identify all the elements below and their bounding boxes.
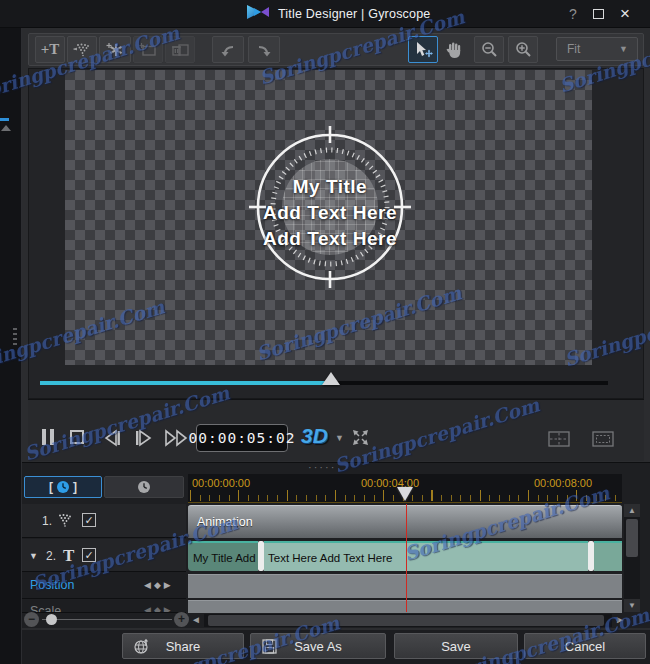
collapse-arrow-icon[interactable]: ▼ (29, 551, 38, 561)
add-particle-button[interactable] (67, 36, 97, 63)
fast-forward-button[interactable] (163, 429, 191, 447)
save-as-label: Save As (294, 639, 342, 654)
fullscreen-button[interactable] (351, 428, 370, 451)
close-button[interactable]: × (616, 7, 634, 22)
save-label: Save (441, 639, 471, 654)
add-image-button[interactable] (133, 36, 163, 63)
text-clip-segment-1[interactable]: My Title Add (188, 541, 258, 571)
title-designer-window: Title Designer | Gyroscope ? × +T (0, 0, 650, 664)
share-label: Share (166, 639, 201, 654)
3d-mode-caret-icon[interactable]: ▼ (335, 433, 344, 443)
floppy-icon (261, 638, 278, 655)
delete-button[interactable] (165, 36, 195, 63)
animation-clip[interactable]: Animation (188, 505, 622, 538)
track2-visibility-checkbox[interactable]: ✓ (82, 548, 96, 562)
position-label: Position (30, 578, 74, 592)
maximize-button[interactable] (590, 7, 608, 22)
pause-button[interactable] (40, 429, 56, 445)
timeline-zoom-in-button[interactable]: + (174, 612, 189, 627)
share-button[interactable]: Share (122, 633, 244, 659)
strip-accent-line (0, 118, 9, 121)
close-icon: × (620, 4, 630, 23)
save-as-button[interactable]: Save As (250, 633, 386, 659)
tv-safe-zone-button[interactable] (592, 431, 614, 451)
horizontal-scroll-thumb[interactable] (208, 615, 604, 626)
scroll-down-button[interactable]: ▼ (624, 599, 640, 612)
fit-dropdown[interactable]: Fit ▼ (556, 37, 638, 61)
play-button[interactable] (133, 429, 155, 447)
chevron-down-icon: ▼ (619, 44, 628, 54)
timeline-resize-grip[interactable]: ····· (308, 463, 336, 471)
titlebar[interactable]: Title Designer | Gyroscope ? × (0, 0, 650, 28)
tab-keyframe-timeline[interactable]: [ ] (24, 476, 102, 498)
stop-icon (70, 430, 84, 444)
redo-button[interactable] (248, 36, 280, 63)
redo-icon (255, 42, 273, 58)
select-move-icon (413, 41, 433, 59)
fullscreen-icon (351, 428, 370, 447)
preview-title-text[interactable]: My Title Add Text Here Add Text Here (220, 174, 440, 252)
seek-slider-fill (40, 381, 332, 385)
zoom-out-button[interactable] (474, 36, 504, 63)
clock-icon (56, 480, 70, 494)
timecode-display[interactable]: 00:00:05:02 (196, 424, 288, 452)
cancel-button[interactable]: Cancel (524, 633, 646, 659)
fast-forward-icon (163, 429, 191, 447)
undo-button[interactable] (212, 36, 244, 63)
position-row-header[interactable]: Position ◀◆▶ (22, 572, 186, 599)
scale-row-header[interactable]: Scale ◀◆▶ (22, 600, 186, 613)
ruler-label-0: 00:00:00:00 (192, 477, 250, 489)
timeline-zoom-thumb[interactable] (46, 614, 57, 625)
scroll-left-button[interactable]: ◄ (191, 613, 201, 627)
title-line-3[interactable]: Add Text Here (220, 226, 440, 252)
select-tool-button[interactable] (408, 36, 438, 63)
app-logo-icon (246, 4, 270, 24)
fit-label: Fit (567, 42, 580, 56)
help-button[interactable]: ? (564, 7, 582, 22)
strip-marker-icon (1, 125, 11, 131)
background-app-strip (0, 28, 22, 664)
hand-tool-button[interactable] (440, 36, 468, 63)
cancel-label: Cancel (565, 639, 605, 654)
track1-visibility-checkbox[interactable]: ✓ (82, 513, 96, 527)
zoom-in-icon (515, 41, 532, 58)
scale-keyframe-track[interactable] (188, 600, 622, 613)
gridlines-toggle-button[interactable] (548, 431, 570, 451)
gridlines-icon (548, 431, 570, 447)
timeline-zoom-out-button[interactable]: − (24, 612, 39, 627)
text-clip-segment-3[interactable] (594, 541, 622, 571)
add-text-icon: +T (41, 41, 60, 58)
text-clip-segment-2[interactable]: Text Here Add Text Here (264, 541, 588, 571)
window-title: Title Designer | Gyroscope (278, 7, 430, 21)
timeline-zoom-slider[interactable] (42, 619, 172, 620)
scroll-up-button[interactable]: ▲ (624, 504, 640, 517)
tab-duration-view[interactable] (104, 476, 184, 498)
particle-track-icon (56, 513, 74, 529)
scale-keyframe-nav[interactable]: ◀◆▶ (144, 605, 174, 613)
panel-drag-handle[interactable] (13, 328, 17, 348)
zoom-in-button[interactable] (508, 36, 538, 63)
image-rect-icon (139, 42, 157, 58)
title-line-2[interactable]: Add Text Here (220, 200, 440, 226)
save-button[interactable]: Save (394, 633, 518, 659)
playhead-marker[interactable] (397, 487, 413, 501)
title-line-1[interactable]: My Title (220, 174, 440, 200)
hand-icon (445, 41, 463, 59)
zoom-out-icon (481, 41, 498, 58)
seek-slider-thumb[interactable] (322, 372, 340, 385)
vertical-scroll-thumb[interactable] (626, 519, 638, 557)
add-effect-button[interactable] (99, 36, 131, 63)
undo-icon (219, 42, 237, 58)
3d-mode-button[interactable]: 3D (301, 424, 328, 448)
position-keyframe-nav[interactable]: ◀◆▶ (144, 580, 174, 590)
share-globe-icon (133, 638, 150, 655)
clock-icon (137, 480, 151, 494)
previous-frame-button[interactable] (101, 429, 123, 447)
scroll-right-button[interactable]: ► (615, 613, 625, 627)
tv-safe-zone-icon (592, 431, 614, 447)
stop-button[interactable] (70, 430, 84, 444)
add-text-button[interactable]: +T (35, 36, 65, 63)
trash-icon (171, 42, 189, 58)
position-keyframe-track[interactable] (188, 574, 622, 598)
track2-number: 2. (46, 549, 56, 563)
